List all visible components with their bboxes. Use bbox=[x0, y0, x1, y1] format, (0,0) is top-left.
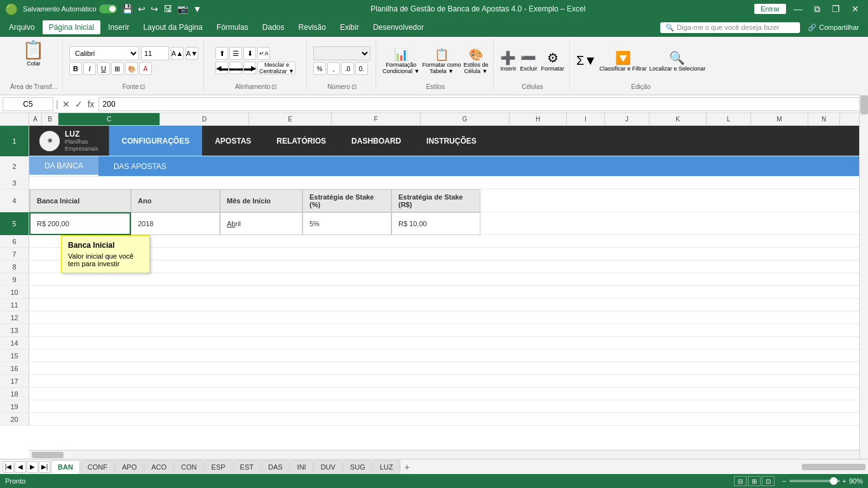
quick-save-icon[interactable]: 🖫 bbox=[163, 4, 172, 14]
sheet-tab-conf[interactable]: CONF bbox=[81, 460, 114, 474]
font-size-input[interactable] bbox=[141, 46, 169, 60]
menu-desenvolvedor[interactable]: Desenvolvedor bbox=[367, 20, 430, 34]
menu-pagina-inicial[interactable]: Página Inicial bbox=[43, 20, 100, 34]
select-all-button[interactable] bbox=[0, 113, 29, 125]
h-scrollbar-thumb[interactable] bbox=[32, 452, 64, 458]
sheet-tab-das[interactable]: DAS bbox=[261, 460, 290, 474]
col-header-m[interactable]: M bbox=[751, 113, 808, 125]
sheet-tab-con[interactable]: CON bbox=[174, 460, 203, 474]
cell-reference-input[interactable] bbox=[3, 97, 53, 111]
col-header-b[interactable]: B bbox=[42, 113, 58, 125]
formula-input[interactable] bbox=[98, 97, 865, 111]
format-cell-button[interactable]: ⚙ Formatar bbox=[541, 50, 564, 72]
sheet-tab-esp[interactable]: ESP bbox=[205, 460, 233, 474]
sheet-scroll-thumb[interactable] bbox=[802, 464, 865, 470]
sort-filter-button[interactable]: 🔽 Classificar e Filtrar bbox=[599, 50, 647, 72]
align-top-button[interactable]: ⬆ bbox=[215, 47, 228, 60]
normal-view-button[interactable]: ⊟ bbox=[734, 476, 747, 486]
insert-cell-button[interactable]: ➕ Inserir bbox=[500, 50, 516, 72]
save-icon[interactable]: 💾 bbox=[122, 4, 133, 14]
col-header-g[interactable]: G bbox=[421, 113, 510, 125]
cell-styles-button[interactable]: 🎨 Estilos de Célula ▼ bbox=[463, 48, 488, 74]
custom-icon[interactable]: ▼ bbox=[193, 4, 202, 14]
col-header-a[interactable]: A bbox=[29, 113, 42, 125]
percent-button[interactable]: % bbox=[313, 62, 326, 75]
sheet-tab-est[interactable]: EST bbox=[233, 460, 261, 474]
scrollbar-thumb[interactable] bbox=[860, 95, 868, 114]
number-expand-icon[interactable]: ⊡ bbox=[351, 83, 356, 90]
share-button[interactable]: 🔗 Compartilhar bbox=[801, 21, 865, 34]
col-header-h[interactable]: H bbox=[510, 113, 567, 125]
align-right-button[interactable]: ▬▶ bbox=[243, 62, 256, 74]
comma-button[interactable]: , bbox=[327, 62, 340, 75]
undo-icon[interactable]: ↩ bbox=[138, 4, 146, 14]
font-expand-icon[interactable]: ⊡ bbox=[140, 83, 145, 90]
col-header-k[interactable]: K bbox=[649, 113, 707, 125]
entrar-button[interactable]: Entrar bbox=[754, 4, 786, 14]
vertical-scrollbar[interactable] bbox=[859, 94, 868, 459]
maximize-button[interactable]: ❐ bbox=[828, 3, 844, 15]
align-bottom-button[interactable]: ⬇ bbox=[243, 47, 256, 60]
menu-exibir[interactable]: Exibir bbox=[334, 20, 365, 34]
confirm-formula-icon[interactable]: ✓ bbox=[74, 99, 84, 109]
align-middle-button[interactable]: ☰ bbox=[229, 47, 242, 60]
fill-color-button[interactable]: 🎨 bbox=[125, 62, 138, 75]
redo-icon[interactable]: ↪ bbox=[151, 4, 158, 14]
find-select-button[interactable]: 🔍 Localizar e Selecionar bbox=[649, 50, 706, 72]
col-header-e[interactable]: E bbox=[249, 113, 332, 125]
cell-banca-inicial[interactable]: R$ 200,00 bbox=[29, 212, 131, 235]
add-sheet-button[interactable]: + bbox=[401, 461, 414, 473]
cell-stake-pct[interactable]: 5% bbox=[302, 212, 391, 235]
sheet-nav-next[interactable]: ▶ bbox=[27, 461, 38, 473]
align-center-button[interactable]: ▬▬ bbox=[229, 62, 242, 74]
col-header-d[interactable]: D bbox=[160, 113, 249, 125]
delete-cell-button[interactable]: ➖ Excluir bbox=[520, 50, 537, 72]
menu-inserir[interactable]: Inserir bbox=[102, 20, 135, 34]
camera-icon[interactable]: 📷 bbox=[177, 4, 188, 14]
sheet-tab-ini[interactable]: INI bbox=[290, 460, 313, 474]
col-header-i[interactable]: I bbox=[567, 113, 605, 125]
border-button[interactable]: ⊞ bbox=[111, 62, 124, 75]
insert-function-icon[interactable]: fx bbox=[86, 99, 96, 109]
sheet-nav-last[interactable]: ▶| bbox=[39, 461, 50, 473]
menu-revisao[interactable]: Revisão bbox=[292, 20, 332, 34]
nav-tab-configuracoes[interactable]: CONFIGURAÇÕES bbox=[109, 126, 203, 156]
align-expand-icon[interactable]: ⊡ bbox=[271, 83, 276, 90]
sum-button[interactable]: Σ▼ bbox=[576, 53, 597, 68]
decimal-decrease-button[interactable]: 0. bbox=[355, 62, 368, 75]
col-header-c[interactable]: C bbox=[58, 113, 160, 125]
sheet-tab-duv[interactable]: DUV bbox=[314, 460, 342, 474]
cell-mes[interactable]: Abril bbox=[220, 212, 302, 235]
decimal-increase-button[interactable]: .0 bbox=[341, 62, 354, 75]
zoom-out-button[interactable]: − bbox=[782, 477, 786, 485]
cancel-formula-icon[interactable]: ✕ bbox=[61, 99, 71, 109]
nav-tab-instrucoes[interactable]: INSTRUÇÕES bbox=[414, 126, 489, 156]
sheet-nav-first[interactable]: |◀ bbox=[3, 461, 14, 473]
nav-tab-apostas[interactable]: APOSTAS bbox=[202, 126, 264, 156]
zoom-slider[interactable] bbox=[789, 480, 840, 482]
col-header-n[interactable]: N bbox=[808, 113, 840, 125]
conditional-format-button[interactable]: 📊 Formatação Condicional ▼ bbox=[383, 48, 419, 74]
align-left-button[interactable]: ◀▬ bbox=[215, 62, 228, 74]
sheet-tab-apo[interactable]: APO bbox=[115, 460, 144, 474]
col-header-f[interactable]: F bbox=[332, 113, 421, 125]
nav-tab-dashboard[interactable]: DASHBOARD bbox=[339, 126, 414, 156]
underline-button[interactable]: U bbox=[97, 62, 110, 75]
sub-nav-da-banca[interactable]: DA BANCA bbox=[29, 156, 98, 176]
font-family-select[interactable]: Calibri bbox=[69, 46, 139, 60]
restore-button[interactable]: ⧉ bbox=[810, 3, 824, 16]
format-table-button[interactable]: 📋 Formatar como Tabela ▼ bbox=[422, 48, 461, 74]
col-header-l[interactable]: L bbox=[707, 113, 751, 125]
search-bar[interactable]: 🔍 Diga-me o que você deseja fazer bbox=[660, 22, 800, 33]
sheet-tab-luz[interactable]: LUZ bbox=[373, 460, 400, 474]
menu-dados[interactable]: Dados bbox=[256, 20, 291, 34]
menu-formulas[interactable]: Fórmulas bbox=[210, 20, 255, 34]
sub-nav-das-apostas[interactable]: DAS APOSTAS bbox=[98, 156, 182, 176]
cell-stake-rs[interactable]: R$ 10,00 bbox=[391, 212, 480, 235]
number-format-select[interactable] bbox=[313, 46, 370, 60]
horizontal-scrollbar[interactable] bbox=[29, 450, 859, 459]
italic-button[interactable]: I bbox=[83, 62, 96, 75]
sheet-tab-aco[interactable]: ACO bbox=[144, 460, 173, 474]
page-layout-view-button[interactable]: ⊞ bbox=[748, 476, 761, 486]
close-button[interactable]: ✕ bbox=[848, 3, 863, 15]
